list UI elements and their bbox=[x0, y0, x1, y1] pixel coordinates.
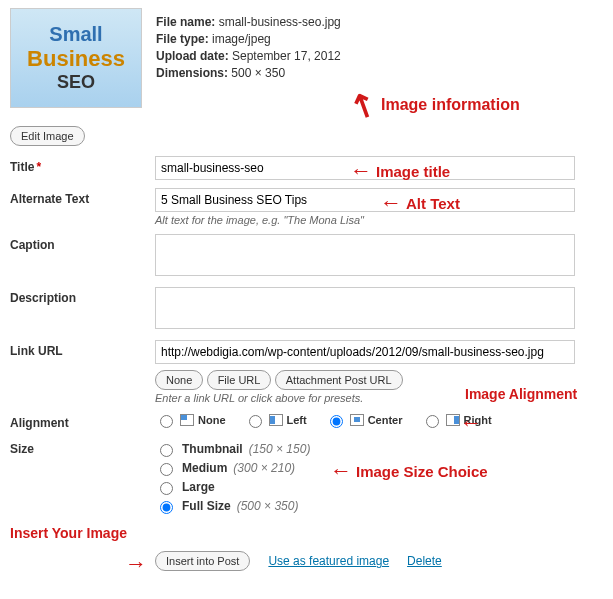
align-none-radio[interactable] bbox=[160, 415, 173, 428]
link-url-input[interactable] bbox=[155, 340, 575, 364]
alt-help: Alt text for the image, e.g. "The Mona L… bbox=[155, 214, 603, 226]
size-medium-label: Medium bbox=[182, 461, 227, 475]
align-left[interactable]: Left bbox=[244, 412, 307, 428]
thumb-line3: SEO bbox=[57, 72, 95, 93]
annotation-image-info: Image information bbox=[381, 96, 520, 114]
size-large-radio[interactable] bbox=[160, 482, 173, 495]
align-none-icon bbox=[180, 414, 194, 426]
edit-image-button[interactable]: Edit Image bbox=[10, 126, 85, 146]
size-large-label: Large bbox=[182, 480, 215, 494]
delete-link[interactable]: Delete bbox=[407, 554, 442, 568]
annotation-alt-text: Alt Text bbox=[406, 195, 460, 212]
align-right-radio[interactable] bbox=[426, 415, 439, 428]
annotation-image-alignment: Image Alignment bbox=[465, 386, 577, 402]
upload-date-label: Upload date: bbox=[156, 49, 229, 63]
image-meta: File name: small-business-seo.jpg File t… bbox=[156, 12, 341, 83]
size-full-dim: (500 × 350) bbox=[237, 499, 299, 513]
file-type-value: image/jpeg bbox=[212, 32, 271, 46]
annotation-image-size: Image Size Choice bbox=[356, 463, 488, 480]
annotation-insert-your-image: Insert Your Image bbox=[10, 525, 127, 541]
annotation-arrow-icon: ← bbox=[380, 190, 402, 216]
alignment-label: Alignment bbox=[10, 412, 155, 430]
link-url-label: Link URL bbox=[10, 340, 155, 358]
annotation-arrow-icon: ← bbox=[330, 458, 352, 484]
size-thumbnail-label: Thumbnail bbox=[182, 442, 243, 456]
caption-label: Caption bbox=[10, 234, 155, 252]
upload-date-value: September 17, 2012 bbox=[232, 49, 341, 63]
dimensions-label: Dimensions: bbox=[156, 66, 228, 80]
size-medium-radio[interactable] bbox=[160, 463, 173, 476]
align-none[interactable]: None bbox=[155, 412, 226, 428]
link-post-button[interactable]: Attachment Post URL bbox=[275, 370, 403, 390]
link-none-button[interactable]: None bbox=[155, 370, 203, 390]
link-file-button[interactable]: File URL bbox=[207, 370, 272, 390]
alt-label: Alternate Text bbox=[10, 188, 155, 206]
alt-text-input[interactable] bbox=[155, 188, 575, 212]
caption-input[interactable] bbox=[155, 234, 575, 276]
annotation-arrow-icon: → bbox=[125, 551, 147, 577]
annotation-arrow-icon: ← bbox=[460, 410, 482, 436]
description-label: Description bbox=[10, 287, 155, 305]
size-thumbnail-radio[interactable] bbox=[160, 444, 173, 457]
size-label: Size bbox=[10, 438, 155, 456]
thumb-line1: Small bbox=[49, 23, 102, 46]
insert-into-post-button[interactable]: Insert into Post bbox=[155, 551, 250, 571]
align-center-icon bbox=[350, 414, 364, 426]
size-full-label: Full Size bbox=[182, 499, 231, 513]
description-input[interactable] bbox=[155, 287, 575, 329]
thumbnail: Small Business SEO bbox=[10, 8, 142, 108]
annotation-arrow-icon: ↖ bbox=[343, 82, 384, 128]
size-medium-dim: (300 × 210) bbox=[233, 461, 295, 475]
size-thumbnail-dim: (150 × 150) bbox=[249, 442, 311, 456]
use-as-featured-link[interactable]: Use as featured image bbox=[268, 554, 389, 568]
align-center-radio[interactable] bbox=[330, 415, 343, 428]
annotation-image-title: Image title bbox=[376, 163, 450, 180]
dimensions-value: 500 × 350 bbox=[231, 66, 285, 80]
align-left-icon bbox=[269, 414, 283, 426]
required-star: * bbox=[36, 160, 41, 174]
align-center[interactable]: Center bbox=[325, 412, 403, 428]
annotation-arrow-icon: ← bbox=[350, 158, 372, 184]
file-type-label: File type: bbox=[156, 32, 209, 46]
align-right-icon bbox=[446, 414, 460, 426]
title-label: Title bbox=[10, 160, 34, 174]
thumb-line2: Business bbox=[27, 46, 125, 72]
align-left-radio[interactable] bbox=[249, 415, 262, 428]
size-full-radio[interactable] bbox=[160, 501, 173, 514]
file-name-label: File name: bbox=[156, 15, 215, 29]
file-name-value: small-business-seo.jpg bbox=[219, 15, 341, 29]
